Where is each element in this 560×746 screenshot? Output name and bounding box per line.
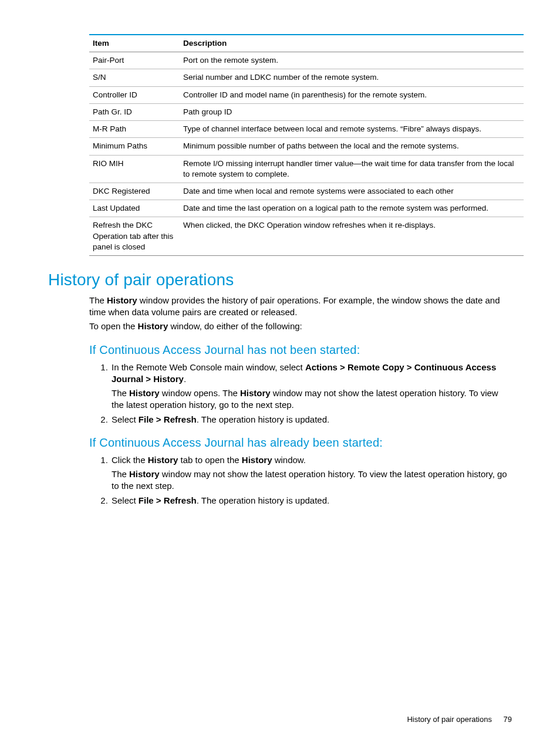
page-number: 79 — [504, 715, 512, 724]
step-note: The History window may not show the late… — [112, 468, 512, 492]
list-item: Select File > Refresh. The operation his… — [110, 495, 512, 507]
cell-item: Refresh the DKC Operation tab after this… — [89, 217, 180, 256]
cell-desc: Controller ID and model name (in parenth… — [180, 86, 524, 103]
cell-desc: Minimum possible number of paths between… — [180, 138, 524, 155]
table-row: RIO MIHRemote I/O missing interrupt hand… — [89, 155, 524, 183]
cell-item: Minimum Paths — [89, 138, 180, 155]
table-row: Refresh the DKC Operation tab after this… — [89, 217, 524, 256]
cell-item: DKC Registered — [89, 183, 180, 200]
footer-title: History of pair operations — [407, 715, 492, 724]
cell-desc: Date and time when local and remote syst… — [180, 183, 524, 200]
cell-item: Last Updated — [89, 200, 180, 217]
cell-desc: When clicked, the DKC Operation window r… — [180, 217, 524, 256]
item-description-table: Item Description Pair-PortPort on the re… — [89, 34, 524, 256]
subsection-heading-not-started: If Continuous Access Journal has not bee… — [89, 342, 512, 358]
table-row: Pair-PortPort on the remote system. — [89, 52, 524, 69]
subsection-heading-already-started: If Continuous Access Journal has already… — [89, 435, 512, 451]
th-description: Description — [180, 35, 524, 52]
cell-item: RIO MIH — [89, 155, 180, 183]
steps-list-not-started: In the Remote Web Console main window, s… — [89, 362, 512, 426]
cell-desc: Date and time the last operation on a lo… — [180, 200, 524, 217]
table-row: Last UpdatedDate and time the last opera… — [89, 200, 524, 217]
table-row: DKC RegisteredDate and time when local a… — [89, 183, 524, 200]
cell-item: Pair-Port — [89, 52, 180, 69]
cell-desc: Port on the remote system. — [180, 52, 524, 69]
intro-paragraph-1: The History window provides the history … — [89, 295, 512, 319]
list-item: Select File > Refresh. The operation his… — [110, 414, 512, 426]
list-item: In the Remote Web Console main window, s… — [110, 362, 512, 411]
table-row: Minimum PathsMinimum possible number of … — [89, 138, 524, 155]
cell-item: Path Gr. ID — [89, 103, 180, 120]
cell-item: S/N — [89, 69, 180, 86]
step-note: The History window opens. The History wi… — [112, 387, 512, 411]
steps-list-already-started: Click the History tab to open the Histor… — [89, 454, 512, 507]
cell-desc: Path group ID — [180, 103, 524, 120]
table-row: S/NSerial number and LDKC number of the … — [89, 69, 524, 86]
cell-item: M-R Path — [89, 121, 180, 138]
table-row: M-R PathType of channel interface betwee… — [89, 121, 524, 138]
list-item: Click the History tab to open the Histor… — [110, 454, 512, 492]
cell-desc: Serial number and LDKC number of the rem… — [180, 69, 524, 86]
table-row: Controller IDController ID and model nam… — [89, 86, 524, 103]
cell-desc: Remote I/O missing interrupt handler tim… — [180, 155, 524, 183]
page-footer: History of pair operations 79 — [407, 714, 512, 725]
intro-paragraph-2: To open the History window, do either of… — [89, 320, 512, 332]
section-heading: History of pair operations — [48, 269, 512, 291]
cell-item: Controller ID — [89, 86, 180, 103]
cell-desc: Type of channel interface between local … — [180, 121, 524, 138]
th-item: Item — [89, 35, 180, 52]
table-row: Path Gr. IDPath group ID — [89, 103, 524, 120]
